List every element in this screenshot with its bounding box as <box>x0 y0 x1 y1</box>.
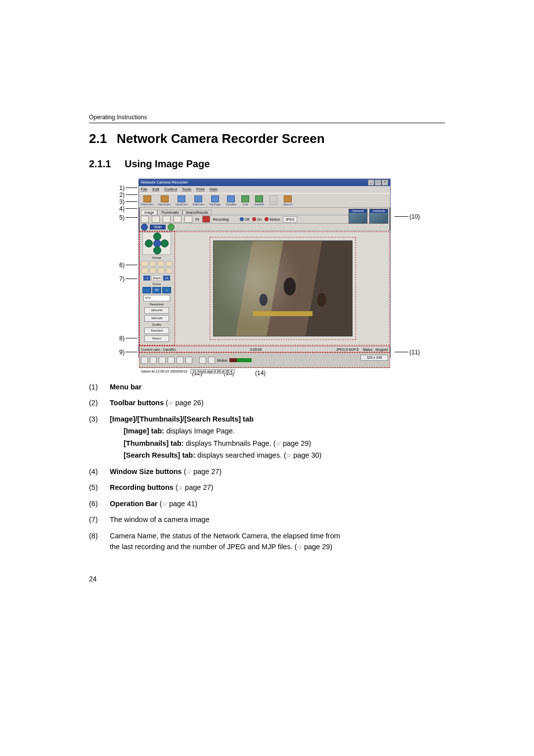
callout-1: 1) <box>110 185 125 191</box>
def-2: (2) Toolbar buttons ( page 26) <box>89 397 445 408</box>
vcr-last[interactable] <box>185 357 192 364</box>
zoom-out-button[interactable]: -1 <box>143 276 150 281</box>
saved-ago: 21 hours ago 0 20 of 20 4 <box>190 369 235 374</box>
toolbar-editcam[interactable]: EditCam <box>193 195 204 206</box>
toolbar-newcam[interactable]: NewCam <box>176 195 188 206</box>
tab-search-results[interactable]: SearchResults <box>182 210 212 215</box>
def-1: (1) Menu bar <box>89 381 445 392</box>
focus-far-button[interactable]: + <box>162 287 171 293</box>
pageref-icon <box>168 399 175 407</box>
preset-7[interactable] <box>157 268 165 274</box>
size-btn-5[interactable] <box>184 216 192 223</box>
toolbar-stopall[interactable]: StopAll <box>269 195 278 206</box>
motion-option[interactable]: Motion <box>144 335 169 342</box>
size-btn-1[interactable] <box>141 216 149 223</box>
playback-bar: Motion 320 x 240 <box>139 352 390 368</box>
callout-3: 3) <box>110 198 125 205</box>
callout-11: (11) <box>409 349 427 356</box>
status-row: Current cam : Cam001 0:00:00 JPEG:0 MJP:… <box>139 346 390 352</box>
zoom-in-button[interactable]: +1 <box>163 276 170 281</box>
section-heading: 2.1Network Camera Recorder Screen <box>89 131 445 146</box>
callout-7: 7) <box>110 276 125 283</box>
scan-prev[interactable] <box>141 224 148 231</box>
focus-near-button[interactable]: - <box>142 287 151 293</box>
tab-image[interactable]: Image <box>141 210 157 215</box>
toolbar-toppage[interactable]: TopPage <box>209 195 221 206</box>
minimize-button[interactable]: _ <box>368 180 374 186</box>
scan-row: Scan <box>139 224 390 231</box>
main-area: Preset -1 Zoom +1 Focus - AF + <box>139 231 390 346</box>
menu-print[interactable]: Print <box>196 187 204 191</box>
callout-4: 4) <box>110 205 125 212</box>
preset-8[interactable] <box>166 268 173 274</box>
scan-next[interactable] <box>168 224 175 231</box>
vcr-first[interactable] <box>141 357 148 364</box>
toolbar-prevcam[interactable]: PrevCam <box>141 195 153 206</box>
preset-label: Preset <box>140 256 174 259</box>
vcr-prev[interactable] <box>150 357 157 364</box>
saved-line: Saved at 12:00:24 2003/04/18 21 hours ag… <box>139 368 390 374</box>
rec-motion[interactable]: Motion <box>269 218 280 221</box>
header-rule <box>89 123 445 123</box>
scan-label: Scan <box>150 225 166 230</box>
preset-1[interactable] <box>141 261 148 267</box>
thumbnail-1[interactable]: Camera1 <box>349 209 367 224</box>
preset-grid <box>140 261 174 274</box>
close-button[interactable]: × <box>382 180 388 186</box>
vcr-play[interactable] <box>159 357 166 364</box>
quality-label: Quality <box>140 323 174 326</box>
preset-2[interactable] <box>149 261 157 267</box>
maximize-button[interactable]: □ <box>375 180 381 186</box>
toolbar-nextcam[interactable]: NextCam <box>158 195 171 206</box>
rec-icon[interactable] <box>202 216 210 223</box>
menu-control[interactable]: Control <box>164 187 177 191</box>
quality-value[interactable]: Standard <box>144 328 169 334</box>
preset-6[interactable] <box>149 268 157 274</box>
thumbnail-2[interactable]: Camera2 <box>369 209 388 224</box>
def-3: (3) [Image]/[Thumbnails]/[Search Results… <box>89 414 445 461</box>
preset-3[interactable] <box>157 261 165 267</box>
size-btn-4[interactable] <box>174 216 181 223</box>
vcr-save-icon[interactable] <box>208 357 215 364</box>
toolbar-live[interactable]: Live <box>241 195 249 206</box>
resolution-320[interactable]: 320x240 <box>144 307 169 314</box>
pan-left-button[interactable] <box>145 239 153 247</box>
pan-right-button[interactable] <box>161 239 169 247</box>
toolbar: PrevCam NextCam NewCam EditCam TopPage C… <box>139 193 390 208</box>
pageref-icon <box>162 500 169 508</box>
window-titlebar: Network Camera Recorder _ □ × <box>139 179 390 186</box>
preset-5[interactable] <box>141 268 148 274</box>
std-select[interactable]: STD <box>143 295 170 301</box>
menu-tools[interactable]: Tools <box>182 187 191 191</box>
motion-bar-label: Motion <box>217 359 227 362</box>
pan-tilt-control <box>142 232 171 255</box>
zoom-label: Zoom <box>151 275 162 281</box>
def-6: (6) Operation Bar ( page 41) <box>89 498 445 509</box>
vcr-next[interactable] <box>177 357 183 364</box>
rec-mode-select[interactable]: JPEG <box>283 216 297 223</box>
focus-label: Focus <box>140 283 174 285</box>
section-number: 2.1 <box>89 131 117 146</box>
focus-control: - AF + <box>140 287 174 293</box>
toolbar-cambar[interactable]: CamBar <box>225 195 236 206</box>
subsection-heading: 2.1.1Using Image Page <box>89 158 445 170</box>
vcr-speaker-icon[interactable] <box>199 357 206 364</box>
resolution-160[interactable]: 160x120 <box>144 315 169 322</box>
pageref-icon <box>186 468 193 475</box>
menu-file[interactable]: File <box>141 187 147 191</box>
size-btn-2[interactable] <box>152 216 160 223</box>
preset-4[interactable] <box>166 261 173 267</box>
tilt-down-button[interactable] <box>153 246 161 254</box>
rec-on[interactable]: On <box>257 218 262 221</box>
menu-edit[interactable]: Edit <box>152 187 159 191</box>
toolbar-startall[interactable]: StartAll <box>254 195 264 206</box>
rec-off[interactable]: Off <box>245 218 249 221</box>
vcr-stop[interactable] <box>168 357 175 364</box>
tab-thumbnails[interactable]: Thumbnails <box>157 210 182 215</box>
toolbar-search[interactable]: Search <box>283 195 293 206</box>
menu-help[interactable]: Help <box>210 187 218 191</box>
motion-meter <box>229 358 252 362</box>
focus-af-button[interactable]: AF <box>152 287 161 293</box>
size-btn-3[interactable] <box>163 216 171 223</box>
dimension-readout: 320 x 240 <box>360 355 388 361</box>
